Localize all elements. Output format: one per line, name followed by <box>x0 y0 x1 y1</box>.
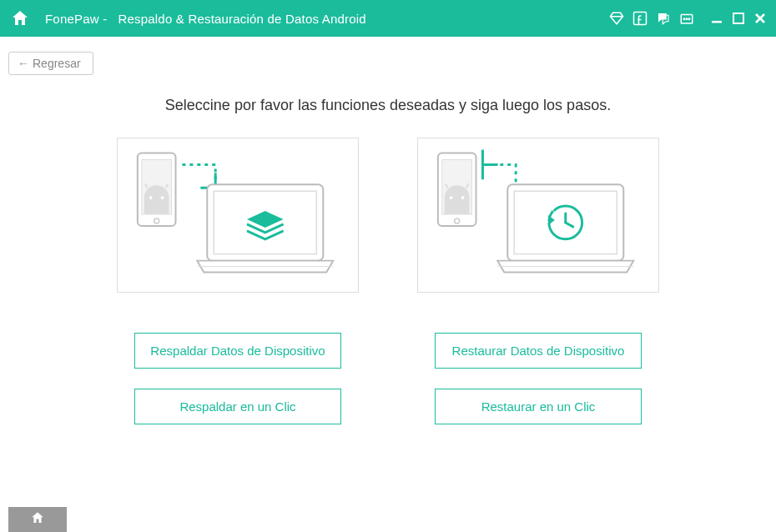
main-area: Respaldar Datos de Dispositivo Respaldar… <box>0 138 776 424</box>
content-area: ← Regresar Seleccine por favor las funci… <box>0 37 776 532</box>
restore-device-button[interactable]: Restaurar Datos de Dispositivo <box>435 333 642 369</box>
minimize-button[interactable] <box>711 13 723 24</box>
instruction-text: Seleccine por favor las funciones desead… <box>0 97 776 114</box>
svg-point-2 <box>683 18 685 20</box>
back-label: Regresar <box>33 57 81 70</box>
backup-panel: Respaldar Datos de Dispositivo Respaldar… <box>117 138 359 424</box>
window-controls <box>711 13 766 24</box>
backup-buttons: Respaldar Datos de Dispositivo Respaldar… <box>117 333 359 424</box>
diamond-icon[interactable] <box>609 11 624 26</box>
feedback-icon[interactable] <box>656 11 671 26</box>
svg-point-4 <box>688 18 690 20</box>
home-icon[interactable] <box>10 8 30 28</box>
footer-home-tab[interactable] <box>8 507 67 532</box>
module-name: Respaldo & Restauración de Datos Android <box>118 12 365 26</box>
back-button[interactable]: ← Regresar <box>8 52 93 75</box>
restore-panel: Restaurar Datos de Dispositivo Restaurar… <box>417 138 659 424</box>
svg-point-21 <box>461 196 465 199</box>
app-name: FonePaw <box>45 12 99 26</box>
svg-rect-0 <box>634 13 647 25</box>
facebook-icon[interactable] <box>632 11 648 26</box>
svg-point-20 <box>450 196 453 199</box>
titlebar: FonePaw - Respaldo & Restauración de Dat… <box>0 0 776 37</box>
app-window: FonePaw - Respaldo & Restauración de Dat… <box>0 0 776 532</box>
svg-rect-6 <box>733 13 743 23</box>
close-button[interactable] <box>754 13 766 24</box>
backup-illustration <box>117 138 359 293</box>
svg-rect-5 <box>712 21 722 23</box>
menu-icon[interactable] <box>679 11 694 26</box>
titlebar-right <box>609 11 766 26</box>
restore-illustration <box>417 138 659 293</box>
home-icon <box>30 510 45 529</box>
restore-one-click-button[interactable]: Restaurar en un Clic <box>435 389 642 424</box>
svg-point-11 <box>161 196 164 199</box>
backup-one-click-button[interactable]: Respaldar en un Clic <box>134 389 341 424</box>
svg-point-3 <box>686 18 688 20</box>
svg-point-10 <box>149 196 153 199</box>
restore-buttons: Restaurar Datos de Dispositivo Restaurar… <box>417 333 659 424</box>
maximize-button[interactable] <box>733 13 744 24</box>
app-title: FonePaw - Respaldo & Restauración de Dat… <box>45 12 366 26</box>
back-arrow-icon: ← <box>18 57 29 70</box>
backup-device-button[interactable]: Respaldar Datos de Dispositivo <box>134 333 341 369</box>
